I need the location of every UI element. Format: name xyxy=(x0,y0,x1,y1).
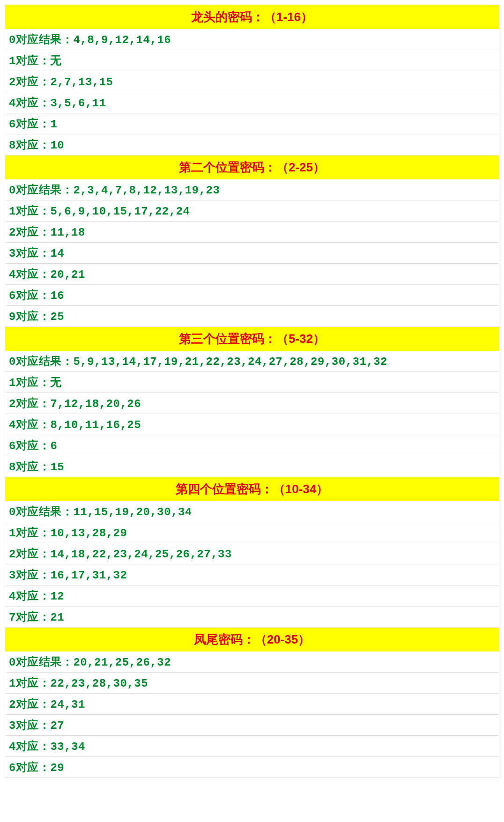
data-row: 0对应结果：4,8,9,12,14,16 xyxy=(5,29,499,50)
data-row: 1对应：无 xyxy=(5,372,499,393)
data-row: 7对应：21 xyxy=(5,607,499,628)
section-1: 第二个位置密码：（2-25）0对应结果：2,3,4,7,8,12,13,19,2… xyxy=(5,156,499,327)
data-row: 2对应：11,18 xyxy=(5,222,499,243)
section-header: 凤尾密码：（20-35） xyxy=(5,628,499,652)
data-row: 0对应结果：2,3,4,7,8,12,13,19,23 xyxy=(5,179,499,200)
data-row: 8对应：10 xyxy=(5,134,499,156)
data-row: 4对应：12 xyxy=(5,585,499,607)
data-row: 3对应：14 xyxy=(5,243,499,264)
data-row: 2对应：7,12,18,20,26 xyxy=(5,393,499,414)
section-4: 凤尾密码：（20-35）0对应结果：20,21,25,26,321对应：22,2… xyxy=(5,628,499,778)
data-row: 9对应：25 xyxy=(5,306,499,327)
data-row: 1对应：22,23,28,30,35 xyxy=(5,673,499,694)
data-row: 0对应结果：11,15,19,20,30,34 xyxy=(5,501,499,522)
data-row: 4对应：8,10,11,16,25 xyxy=(5,414,499,435)
section-2: 第三个位置密码：（5-32）0对应结果：5,9,13,14,17,19,21,2… xyxy=(5,327,499,477)
data-row: 1对应：10,13,28,29 xyxy=(5,522,499,543)
data-row: 1对应：无 xyxy=(5,50,499,71)
data-row: 6对应：6 xyxy=(5,435,499,456)
data-row: 0对应结果：20,21,25,26,32 xyxy=(5,652,499,673)
section-0: 龙头的密码：（1-16）0对应结果：4,8,9,12,14,161对应：无2对应… xyxy=(5,5,499,156)
data-row: 2对应：2,7,13,15 xyxy=(5,71,499,92)
section-header: 龙头的密码：（1-16） xyxy=(5,5,499,29)
data-row: 4对应：20,21 xyxy=(5,264,499,285)
data-row: 6对应：1 xyxy=(5,113,499,134)
data-row: 4对应：33,34 xyxy=(5,736,499,757)
section-header: 第四个位置密码：（10-34） xyxy=(5,477,499,501)
data-row: 6对应：16 xyxy=(5,285,499,306)
data-row: 2对应：24,31 xyxy=(5,694,499,715)
section-3: 第四个位置密码：（10-34）0对应结果：11,15,19,20,30,341对… xyxy=(5,477,499,628)
data-row: 3对应：16,17,31,32 xyxy=(5,564,499,585)
data-row: 4对应：3,5,6,11 xyxy=(5,92,499,113)
section-header: 第三个位置密码：（5-32） xyxy=(5,327,499,351)
section-header: 第二个位置密码：（2-25） xyxy=(5,156,499,179)
data-row: 2对应：14,18,22,23,24,25,26,27,33 xyxy=(5,543,499,564)
data-row: 3对应：27 xyxy=(5,715,499,736)
data-row: 6对应：29 xyxy=(5,757,499,778)
password-table-container: 龙头的密码：（1-16）0对应结果：4,8,9,12,14,161对应：无2对应… xyxy=(0,0,504,783)
data-row: 8对应：15 xyxy=(5,456,499,477)
data-row: 0对应结果：5,9,13,14,17,19,21,22,23,24,27,28,… xyxy=(5,351,499,372)
data-row: 1对应：5,6,9,10,15,17,22,24 xyxy=(5,200,499,222)
